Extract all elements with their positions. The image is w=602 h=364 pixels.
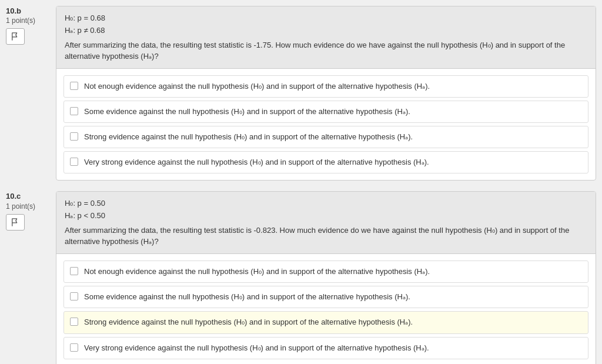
option-text-q10b-1: Some evidence against the null hypothesi… [84, 106, 410, 117]
question-points-q10c: 1 point(s) [6, 202, 51, 211]
option-item-q10b-2[interactable]: Strong evidence against the null hypothe… [63, 126, 588, 148]
hypotheses-q10c: H₀: p = 0.50Hₐ: p < 0.50 [65, 198, 587, 222]
option-item-q10c-3[interactable]: Very strong evidence against the null hy… [63, 337, 588, 359]
option-item-q10c-0[interactable]: Not enough evidence against the null hyp… [63, 261, 588, 283]
flag-icon [11, 218, 19, 226]
option-item-q10c-1[interactable]: Some evidence against the null hypothesi… [63, 286, 588, 308]
option-checkbox-q10b-3[interactable] [70, 158, 78, 166]
question-description-q10c: After summarizing the data, the resultin… [65, 225, 587, 248]
question-block-q10b: 10.b1 point(s)H₀: p = 0.68Hₐ: p ≠ 0.68Af… [6, 6, 596, 181]
option-text-q10b-0: Not enough evidence against the null hyp… [84, 81, 430, 92]
option-checkbox-q10c-2[interactable] [70, 318, 78, 326]
options-list-q10b: Not enough evidence against the null hyp… [56, 69, 596, 181]
option-item-q10b-3[interactable]: Very strong evidence against the null hy… [63, 151, 588, 173]
option-item-q10b-0[interactable]: Not enough evidence against the null hyp… [63, 75, 588, 98]
option-text-q10c-0: Not enough evidence against the null hyp… [84, 266, 430, 277]
question-left-q10c: 10.c1 point(s) [6, 191, 56, 364]
question-block-q10c: 10.c1 point(s)H₀: p = 0.50Hₐ: p < 0.50Af… [6, 191, 596, 364]
question-header-q10b: H₀: p = 0.68Hₐ: p ≠ 0.68After summarizin… [56, 6, 596, 69]
option-checkbox-q10c-3[interactable] [70, 343, 78, 352]
question-left-q10b: 10.b1 point(s) [6, 6, 56, 181]
hypothesis-q10b-1: Hₐ: p ≠ 0.68 [65, 25, 587, 37]
hypothesis-q10c-1: Hₐ: p < 0.50 [65, 210, 587, 222]
question-description-q10b: After summarizing the data, the resultin… [65, 39, 587, 62]
hypotheses-q10b: H₀: p = 0.68Hₐ: p ≠ 0.68 [65, 12, 587, 37]
question-number-q10c: 10.c [6, 191, 51, 202]
options-list-q10c: Not enough evidence against the null hyp… [56, 254, 596, 364]
option-text-q10c-3: Very strong evidence against the null hy… [84, 343, 429, 353]
flag-button-q10b[interactable] [6, 28, 25, 45]
option-text-q10b-3: Very strong evidence against the null hy… [84, 157, 429, 168]
option-item-q10b-1[interactable]: Some evidence against the null hypothesi… [63, 101, 588, 123]
question-main-q10b: H₀: p = 0.68Hₐ: p ≠ 0.68After summarizin… [56, 6, 596, 181]
option-checkbox-q10b-2[interactable] [70, 132, 78, 141]
option-text-q10c-1: Some evidence against the null hypothesi… [84, 292, 410, 302]
option-checkbox-q10b-1[interactable] [70, 107, 78, 115]
question-header-q10c: H₀: p = 0.50Hₐ: p < 0.50After summarizin… [56, 192, 596, 254]
option-checkbox-q10b-0[interactable] [70, 82, 78, 90]
option-checkbox-q10c-1[interactable] [70, 292, 78, 300]
hypothesis-q10c-0: H₀: p = 0.50 [65, 198, 587, 210]
question-points-q10b: 1 point(s) [6, 16, 51, 25]
flag-button-q10c[interactable] [6, 214, 25, 231]
question-main-q10c: H₀: p = 0.50Hₐ: p < 0.50After summarizin… [56, 191, 596, 364]
flag-icon [11, 32, 19, 41]
question-number-q10b: 10.b [6, 6, 51, 16]
hypothesis-q10b-0: H₀: p = 0.68 [65, 12, 587, 25]
option-item-q10c-2[interactable]: Strong evidence against the null hypothe… [63, 311, 588, 333]
option-text-q10c-2: Strong evidence against the null hypothe… [84, 317, 413, 328]
option-checkbox-q10c-0[interactable] [70, 267, 78, 275]
option-text-q10b-2: Strong evidence against the null hypothe… [84, 132, 413, 142]
